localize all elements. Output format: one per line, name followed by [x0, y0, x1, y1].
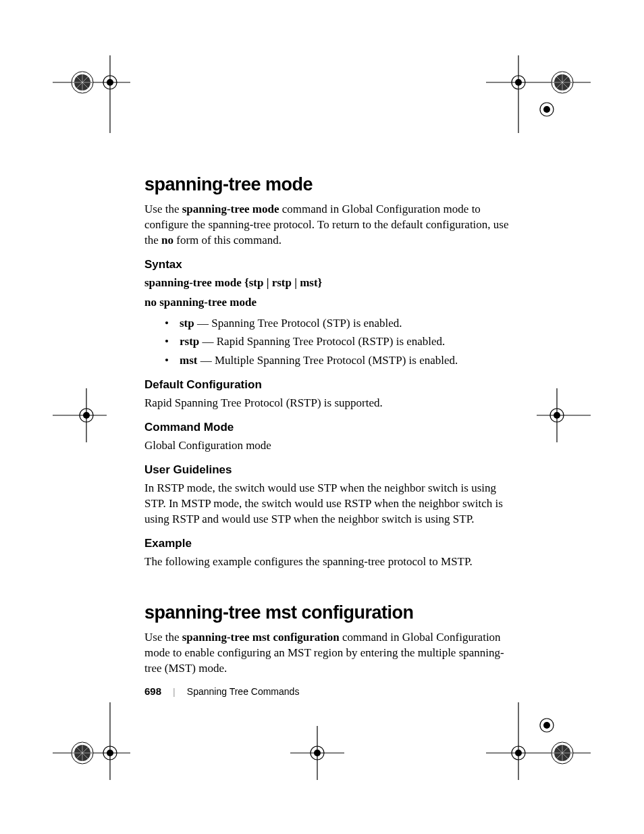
default-config-heading: Default Configuration [144, 378, 509, 392]
registration-mark-icon [486, 55, 591, 133]
footer-section-name: Spanning Tree Commands [187, 686, 300, 697]
example-text: The following example configures the spa… [144, 554, 509, 570]
svg-point-29 [554, 412, 560, 419]
registration-mark-icon [537, 388, 591, 442]
registration-mark-icon [53, 388, 107, 442]
registration-mark-icon [290, 726, 344, 780]
svg-point-43 [314, 750, 321, 756]
registration-mark-icon [53, 702, 130, 780]
svg-point-55 [543, 722, 550, 729]
intro-paragraph: Use the spanning-tree mst configuration … [144, 630, 509, 677]
svg-point-21 [543, 106, 550, 113]
syntax-heading: Syntax [144, 258, 509, 271]
syntax-options-list: stp — Spanning Tree Protocol (STP) is en… [144, 315, 509, 369]
svg-point-33 [107, 750, 113, 756]
section-heading: spanning-tree mode [144, 174, 509, 195]
example-heading: Example [144, 537, 509, 550]
command-mode-text: Global Configuration mode [144, 438, 509, 454]
syntax-line: spanning-tree mode {stp | rstp | mst} [144, 276, 509, 291]
registration-mark-icon [486, 702, 591, 780]
list-item: mst — Multiple Spanning Tree Protocol (M… [144, 352, 509, 369]
list-item: rstp — Rapid Spanning Tree Protocol (RST… [144, 333, 509, 350]
syntax-no-line: no spanning-tree mode [144, 295, 509, 311]
user-guidelines-heading: User Guidelines [144, 463, 509, 477]
page-footer: 698 | Spanning Tree Commands [144, 685, 299, 698]
svg-point-47 [515, 750, 522, 756]
page-number: 698 [144, 685, 161, 697]
section-heading: spanning-tree mst configuration [144, 602, 509, 623]
footer-divider: | [173, 687, 176, 697]
list-item: stp — Spanning Tree Protocol (STP) is en… [144, 315, 509, 332]
user-guidelines-text: In RSTP mode, the switch would use STP w… [144, 481, 509, 527]
svg-point-3 [107, 79, 113, 86]
default-config-text: Rapid Spanning Tree Protocol (RSTP) is s… [144, 396, 509, 411]
svg-point-13 [515, 79, 522, 86]
svg-point-25 [83, 412, 90, 419]
registration-mark-icon [53, 55, 130, 133]
intro-paragraph: Use the spanning-tree mode command in Gl… [144, 202, 509, 249]
command-mode-heading: Command Mode [144, 421, 509, 434]
